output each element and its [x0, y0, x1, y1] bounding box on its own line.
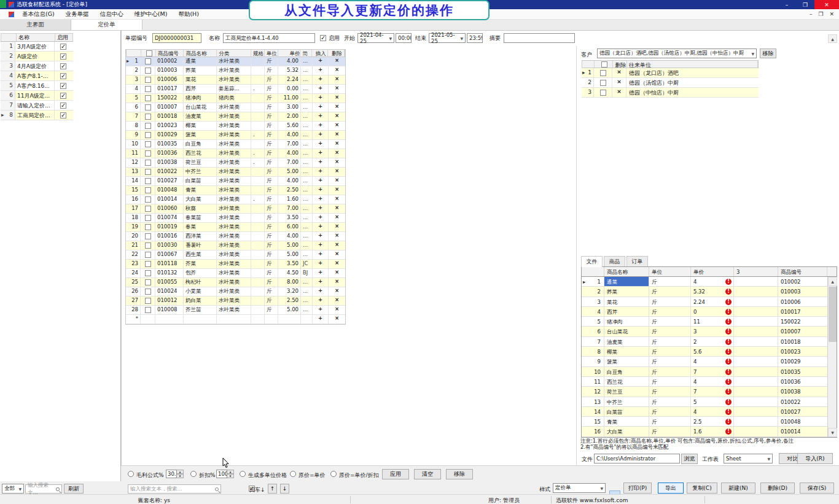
import-name-cell[interactable]: 白豆角: [604, 367, 649, 376]
tab-order[interactable]: 订单: [626, 256, 648, 266]
delete-row-button[interactable]: ×: [329, 297, 345, 305]
product-row[interactable]: 6 010007 台山菜花 水叶菜类 斤 3.00 ... + ×: [126, 103, 345, 112]
mdi-restore-button[interactable]: ❐: [818, 11, 823, 17]
import-name-cell[interactable]: 菜花: [604, 297, 649, 306]
customer-row[interactable]: 2 × 德园（汤馆店）中厨: [582, 78, 759, 88]
apply-button[interactable]: 应用: [382, 469, 409, 479]
delete-row-button[interactable]: ×: [329, 122, 345, 130]
import-name-cell[interactable]: 菠菜: [604, 357, 649, 366]
name-input[interactable]: 工商局定价单4.1-4.40: [223, 33, 315, 43]
menu-info-center[interactable]: 信息中心: [95, 10, 129, 18]
row-checkbox[interactable]: [145, 307, 151, 313]
row-checkbox[interactable]: [145, 114, 151, 120]
remove-button[interactable]: 移除: [446, 469, 473, 479]
close-button[interactable]: ✕: [814, 0, 839, 9]
customer-select-all-checkbox[interactable]: [601, 61, 607, 68]
enabled-checkbox[interactable]: [60, 63, 66, 69]
row-checkbox[interactable]: [145, 77, 151, 83]
import-name-cell[interactable]: 大白菜: [604, 427, 649, 436]
enabled-checkbox[interactable]: [60, 83, 66, 89]
product-row[interactable]: 15 010048 青菜 水叶菜类 斤 2.50 ... + ×: [126, 186, 345, 195]
row-checkbox[interactable]: [145, 86, 151, 92]
import-row[interactable]: 12 荷兰豆 斤 7 ! 010038: [582, 387, 827, 397]
insert-row-button[interactable]: +: [313, 112, 329, 121]
move-up-button[interactable]: ↑: [268, 484, 277, 494]
tab-main-screen[interactable]: 主界面: [0, 20, 71, 30]
row-checkbox[interactable]: [145, 196, 151, 203]
product-row[interactable]: 11 010036 西兰花 水叶菜类 . 斤 4.00 ... + ×: [126, 149, 345, 158]
row-checkbox[interactable]: [145, 123, 151, 129]
insert-row-button[interactable]: +: [313, 168, 329, 176]
delete-row-button[interactable]: ×: [329, 195, 345, 204]
insert-row-button[interactable]: +: [313, 94, 329, 103]
row-checkbox[interactable]: [145, 215, 151, 221]
customer-row[interactable]: 1 × 德园（龙口店）酒吧: [582, 68, 759, 78]
row-checkbox[interactable]: [145, 261, 151, 267]
scroll-up-arrow[interactable]: ▲: [828, 277, 837, 286]
price-cell[interactable]: 2.00: [278, 112, 301, 121]
enabled-checkbox[interactable]: [60, 53, 66, 60]
product-row[interactable]: 25 010055 枸杞叶 水叶菜类 斤 8.00 ... + ×: [126, 278, 345, 287]
row-checkbox[interactable]: [145, 150, 151, 157]
insert-row-button[interactable]: +: [313, 306, 329, 314]
insert-row-button[interactable]: +: [313, 297, 329, 305]
insert-row-button[interactable]: +: [313, 57, 329, 66]
import-row[interactable]: 1 通菜 斤 4 ! 010002: [582, 277, 827, 287]
row-checkbox[interactable]: [145, 224, 151, 230]
import-row[interactable]: 5 猪净肉 斤 11 ! 150022: [582, 317, 827, 327]
product-row[interactable]: 14 010027 白菜苗 水叶菜类 斤 4.00 ... + ×: [126, 177, 345, 186]
delete-row-button[interactable]: ×: [329, 158, 345, 167]
import-name-cell[interactable]: 通菜: [604, 277, 649, 286]
import-name-cell[interactable]: 台山菜花: [604, 327, 649, 336]
import-row[interactable]: 14 白菜苗 斤 4 ! 010027: [582, 407, 827, 417]
price-cell[interactable]: 5.00: [278, 241, 301, 250]
row-checkbox[interactable]: [145, 233, 151, 239]
scroll-down-arrow[interactable]: ▼: [828, 428, 837, 437]
import-row[interactable]: 15 青菜 斤 2.5 ! 010048: [582, 417, 827, 427]
delete-row-button[interactable]: ×: [329, 315, 345, 324]
delete-row-button[interactable]: ×: [329, 278, 345, 287]
delete-row-button[interactable]: ×: [329, 177, 345, 185]
customer-row[interactable]: 3 × 德园（中怡店）中厨: [582, 88, 759, 98]
insert-row-button[interactable]: +: [313, 315, 329, 324]
insert-row-button[interactable]: +: [313, 250, 329, 259]
mdi-close-button[interactable]: ✕: [829, 11, 834, 17]
delete-row-button[interactable]: ×: [329, 306, 345, 314]
start-date-picker[interactable]: 2021-04-25▼: [357, 33, 394, 43]
price-cell[interactable]: 4.00: [278, 177, 301, 185]
import-row[interactable]: 9 菠菜 斤 4 ! 010029: [582, 357, 827, 366]
move-down-button[interactable]: ↓: [280, 484, 289, 494]
import-row[interactable]: 10 白豆角 斤 7 ! 010035: [582, 367, 827, 377]
import-name-cell[interactable]: 荷兰豆: [604, 387, 649, 396]
price-cell[interactable]: 5.00: [278, 168, 301, 176]
file-path-input[interactable]: C:\Users\Administrator: [594, 454, 680, 463]
row-checkbox[interactable]: [145, 270, 151, 276]
list-search-input[interactable]: 输入搜索文...: [25, 484, 62, 494]
product-row[interactable]: 16 010014 大白菜 水叶菜类 . 斤 1.60 ... + ×: [126, 195, 345, 204]
margin-spinner[interactable]: 30.1 ▲▼: [166, 470, 184, 478]
pricing-list-row[interactable]: 7 请输入定价...: [1, 101, 73, 110]
spin-up-icon[interactable]: ▲: [177, 470, 184, 474]
price-cell[interactable]: 0.00: [278, 85, 301, 93]
insert-row-button[interactable]: +: [313, 278, 329, 287]
insert-row-button[interactable]: +: [313, 186, 329, 195]
menu-basic-info[interactable]: 基本信息(G): [17, 10, 60, 18]
doc-no-input[interactable]: DJ0000000031: [152, 33, 201, 43]
delete-row-button[interactable]: ×: [329, 287, 345, 296]
delete-row-button[interactable]: ×: [329, 232, 345, 241]
row-checkbox[interactable]: [145, 206, 151, 212]
row-checkbox[interactable]: [145, 68, 151, 74]
insert-row-button[interactable]: +: [313, 149, 329, 158]
price-cell[interactable]: 4.00: [278, 131, 301, 139]
delete-row-button[interactable]: ×: [329, 94, 345, 103]
delete-row-button[interactable]: ×: [329, 168, 345, 176]
filter-dropdown[interactable]: 全部▼: [2, 484, 24, 494]
delete-row-button[interactable]: ×: [329, 204, 345, 213]
pricing-list-row[interactable]: 6 11月A级定...: [1, 91, 73, 101]
insert-row-button[interactable]: +: [313, 66, 329, 75]
row-checkbox[interactable]: [145, 160, 151, 166]
price-cell[interactable]: 5.00: [278, 306, 301, 314]
insert-row-button[interactable]: +: [313, 76, 329, 84]
product-row[interactable]: 26 010024 小棠菜 水叶菜类 斤 3.20 ... + ×: [126, 287, 345, 297]
product-row[interactable]: 19 010019 春菜 水叶菜类 斤 6.00 ... + ×: [126, 223, 345, 232]
